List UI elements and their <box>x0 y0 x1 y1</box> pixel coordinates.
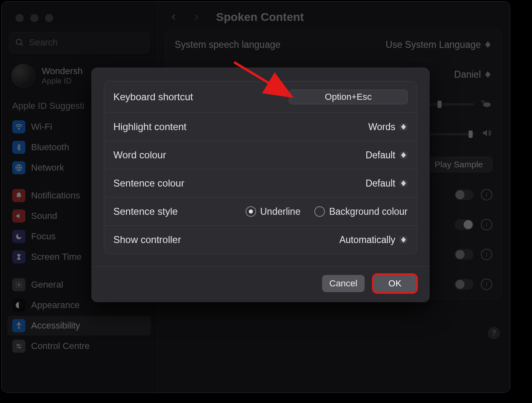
updown-icon <box>399 151 408 159</box>
highlight-content-value: Words <box>368 122 395 133</box>
modal-body: Keyboard shortcut Option+Esc Highlight c… <box>104 81 417 254</box>
highlight-content-select[interactable]: Words <box>368 122 408 133</box>
show-controller-value: Automatically <box>339 234 395 245</box>
word-colour-label: Word colour <box>113 149 166 161</box>
sentence-colour-value: Default <box>365 178 395 189</box>
svg-marker-18 <box>401 152 406 155</box>
sentence-style-label: Sentence style <box>113 206 178 217</box>
row-word-colour: Word colour Default <box>104 141 417 169</box>
svg-marker-23 <box>401 240 406 243</box>
radio-dot-icon <box>246 206 256 217</box>
svg-marker-19 <box>401 155 406 158</box>
row-sentence-style: Sentence style Underline Background colo… <box>104 198 417 226</box>
highlight-content-label: Highlight content <box>113 121 187 133</box>
word-colour-select[interactable]: Default <box>365 150 408 161</box>
row-highlight-content: Highlight content Words <box>104 113 417 141</box>
show-controller-select[interactable]: Automatically <box>339 234 408 245</box>
updown-icon <box>399 123 408 131</box>
radio-dot-icon <box>314 206 325 217</box>
system-settings-window: Wondersh Apple ID Apple ID Suggesti Wi-F… <box>2 2 510 392</box>
row-sentence-colour: Sentence colour Default <box>104 169 417 198</box>
radio-background-colour[interactable]: Background colour <box>314 206 408 217</box>
sentence-colour-label: Sentence colour <box>113 178 184 189</box>
svg-marker-22 <box>401 237 406 240</box>
radio-underline-label: Underline <box>260 206 300 217</box>
svg-marker-16 <box>401 124 406 127</box>
word-colour-value: Default <box>365 150 395 161</box>
keyboard-shortcut-field[interactable]: Option+Esc <box>289 90 408 104</box>
radio-underline[interactable]: Underline <box>246 206 300 217</box>
row-keyboard-shortcut: Keyboard shortcut Option+Esc <box>104 81 417 113</box>
row-show-controller: Show controller Automatically <box>104 226 417 254</box>
sentence-colour-select[interactable]: Default <box>365 178 408 189</box>
keyboard-shortcut-value: Option+Esc <box>325 92 372 102</box>
updown-icon <box>399 236 408 243</box>
show-controller-label: Show controller <box>113 234 181 245</box>
keyboard-shortcut-label: Keyboard shortcut <box>113 91 193 103</box>
ok-button[interactable]: OK <box>374 275 416 292</box>
radio-bgcolour-label: Background colour <box>329 206 408 217</box>
spoken-content-options-sheet: Keyboard shortcut Option+Esc Highlight c… <box>92 68 429 302</box>
svg-marker-20 <box>401 180 406 183</box>
cancel-button[interactable]: Cancel <box>322 275 365 292</box>
sentence-style-radio-group: Underline Background colour <box>246 206 408 217</box>
updown-icon <box>399 180 408 187</box>
modal-buttons: Cancel OK <box>92 267 429 302</box>
svg-marker-17 <box>401 127 406 130</box>
svg-marker-21 <box>401 183 406 186</box>
